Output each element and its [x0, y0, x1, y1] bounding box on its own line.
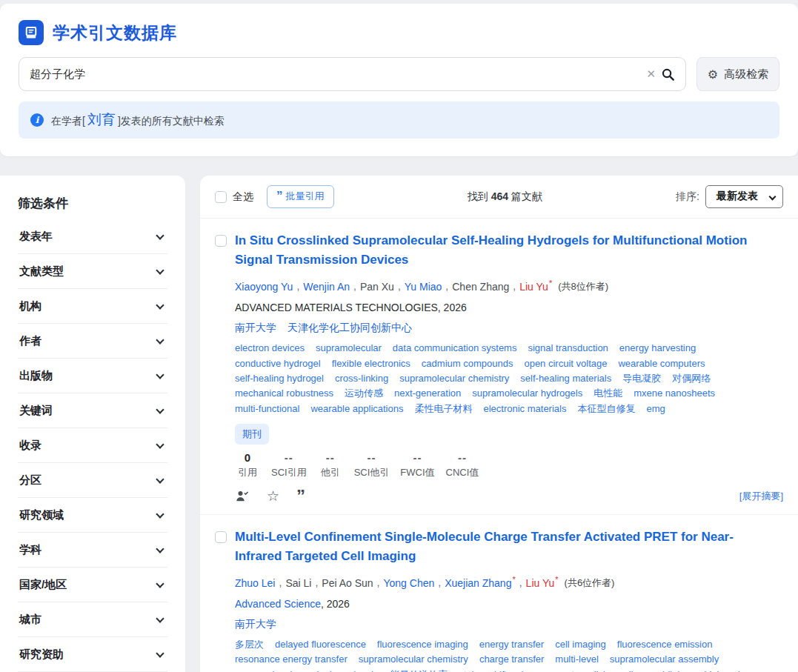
filter-item-0[interactable]: 发表年 — [18, 219, 167, 254]
filter-item-label: 收录 — [19, 439, 41, 453]
filter-item-11[interactable]: 城市 — [18, 602, 167, 637]
results-panel: 全选 ” 批量引用 找到 464 篇文献 排序: 最新发表 In Situ Cr… — [200, 176, 798, 672]
scope-banner-text: 在学者[刘育]发表的所有文献中检索 — [51, 110, 225, 130]
result-count-number: 464 — [491, 190, 508, 202]
select-all-checkbox[interactable] — [215, 191, 227, 203]
keyword-link[interactable]: 本征型自修复 — [577, 404, 635, 414]
result-title-link[interactable]: Multi-Level Confinement Single-Molecule … — [235, 528, 767, 567]
author-corresponding[interactable]: Liu Yu — [526, 576, 555, 588]
keyword-link[interactable]: 电性能 — [593, 388, 622, 399]
filter-item-5[interactable]: 关键词 — [18, 393, 167, 428]
keyword-link[interactable]: charge transfer — [479, 654, 544, 665]
filter-item-10[interactable]: 国家/地区 — [18, 568, 167, 602]
filter-item-12[interactable]: 研究资助 — [18, 637, 167, 672]
institution-link[interactable]: 南开大学 — [235, 618, 276, 631]
sort-label: 排序: — [676, 190, 699, 204]
chevron-down-icon — [156, 649, 164, 657]
metric-value: -- — [271, 451, 307, 464]
filter-item-4[interactable]: 出版物 — [18, 359, 167, 393]
institution-link[interactable]: 天津化学化工协同创新中心 — [287, 322, 412, 335]
keyword-link[interactable]: data communication systems — [393, 343, 517, 353]
keyword-link[interactable]: open circuit voltage — [524, 359, 607, 369]
keyword-link[interactable]: 导电凝胶 — [622, 373, 661, 384]
favorite-star-icon[interactable]: ☆ — [267, 489, 279, 503]
keyword-link[interactable]: cross-linking — [335, 373, 388, 384]
author-corresponding[interactable]: Liu Yu — [519, 280, 548, 292]
keyword-link[interactable]: electronic materials — [483, 404, 566, 414]
filter-item-9[interactable]: 学科 — [18, 533, 167, 568]
keyword-link[interactable]: delayed fluorescence — [275, 639, 366, 650]
result-metrics: 0引用--SCI引用--他引--SCI他引--FWCI值--CNCI值 — [235, 451, 783, 479]
keyword-link[interactable]: next-generation — [394, 388, 461, 399]
filter-item-1[interactable]: 文献类型 — [18, 254, 167, 289]
author-link[interactable]: Xuejian Zhang — [445, 576, 511, 588]
keyword-link[interactable]: resonance energy transfer — [235, 654, 348, 665]
author-link[interactable]: Xiaoyong Yu — [235, 280, 293, 292]
author-count: (共8位作者) — [558, 281, 608, 292]
keyword-link[interactable]: self-healing hydrogel — [235, 373, 324, 384]
result-item: Multi-Level Confinement Single-Molecule … — [200, 515, 798, 672]
keyword-link[interactable]: wearable applications — [310, 404, 403, 414]
batch-cite-button[interactable]: ” 批量引用 — [267, 185, 334, 208]
clear-search-icon[interactable]: ✕ — [641, 67, 661, 81]
metric-他引: --他引 — [318, 451, 343, 479]
expand-abstract-link[interactable]: [展开摘要] — [739, 490, 783, 503]
keyword-link[interactable]: multi-functional — [235, 404, 299, 414]
keyword-link[interactable]: 柔性电子材料 — [414, 404, 472, 414]
keyword-link[interactable]: mechanical robustness — [235, 388, 333, 399]
sort-select[interactable]: 最新发表 — [705, 185, 783, 208]
filter-item-7[interactable]: 分区 — [18, 463, 167, 498]
result-checkbox[interactable] — [215, 531, 227, 543]
keyword-link[interactable]: mxene nanosheets — [634, 388, 715, 399]
keyword-link[interactable]: energy transfer — [479, 639, 544, 650]
filter-item-3[interactable]: 作者 — [18, 324, 167, 359]
author-link[interactable]: Wenjin An — [303, 280, 350, 292]
keyword-link[interactable]: emg — [646, 404, 665, 414]
keyword-link[interactable]: wearable computers — [618, 359, 705, 369]
filter-item-label: 作者 — [19, 334, 41, 348]
result-title-link[interactable]: In Situ Crosslinked Supramolecular Self-… — [235, 231, 767, 270]
keyword-link[interactable]: energy harvesting — [619, 343, 696, 353]
search-input[interactable] — [30, 68, 641, 81]
keyword-link[interactable]: supramolecular hydrogels — [472, 388, 582, 399]
keyword-link[interactable]: supramolecular — [316, 343, 382, 353]
cite-quote-icon[interactable]: ” — [296, 492, 304, 501]
filter-item-2[interactable]: 机构 — [18, 289, 167, 324]
advanced-search-button[interactable]: ⚙ 高级检索 — [696, 57, 779, 91]
keyword-link[interactable]: 对偶网络 — [672, 373, 711, 384]
keyword-link[interactable]: flexible electronics — [332, 359, 410, 369]
author-link[interactable]: Zhuo Lei — [235, 576, 275, 588]
metric-value: -- — [318, 451, 343, 464]
filter-item-8[interactable]: 研究领域 — [18, 498, 167, 533]
filter-item-6[interactable]: 收录 — [18, 428, 167, 463]
filter-item-label: 国家/地区 — [19, 578, 67, 592]
keyword-link[interactable]: self-healing materials — [520, 373, 611, 384]
author-separator: , — [315, 576, 318, 588]
keyword-link[interactable]: supramolecular chemistry — [359, 654, 468, 665]
keyword-link[interactable]: supramolecular assembly — [610, 654, 719, 665]
claim-author-icon[interactable] — [235, 489, 250, 504]
keyword-link[interactable]: 多层次 — [235, 639, 264, 650]
keyword-link[interactable]: supramolecular chemistry — [399, 373, 509, 384]
keyword-link[interactable]: conductive hydrogel — [235, 359, 321, 369]
result-journal: ADVANCED MATERIALS TECHNOLOGIES, 2026 — [235, 302, 783, 313]
keyword-link[interactable]: cadmium compounds — [422, 359, 513, 369]
author-link[interactable]: Yu Miao — [405, 280, 442, 292]
search-icon[interactable] — [661, 67, 675, 81]
keyword-link[interactable]: fluorescence emission — [617, 639, 713, 650]
chevron-down-icon — [156, 510, 164, 518]
result-checkbox[interactable] — [215, 235, 227, 247]
keyword-link[interactable]: electron devices — [235, 343, 305, 353]
keyword-link[interactable]: signal transduction — [528, 343, 608, 353]
scope-author-link[interactable]: 刘育 — [87, 112, 116, 127]
keyword-link[interactable]: 运动传感 — [345, 388, 383, 399]
filter-item-label: 研究领域 — [19, 508, 64, 522]
author-link[interactable]: Yong Chen — [383, 576, 434, 588]
keyword-link[interactable]: cell imaging — [555, 639, 606, 650]
keyword-link[interactable]: fluorescence imaging — [377, 639, 468, 650]
institution-link[interactable]: 南开大学 — [235, 322, 276, 335]
keyword-link[interactable]: multi-level — [555, 654, 599, 665]
journal-name[interactable]: Advanced Science — [235, 598, 321, 610]
action-icons: ☆” — [235, 489, 304, 504]
content: 筛选条件 发表年文献类型机构作者出版物关键词收录分区研究领域学科国家/地区城市研… — [0, 176, 798, 672]
